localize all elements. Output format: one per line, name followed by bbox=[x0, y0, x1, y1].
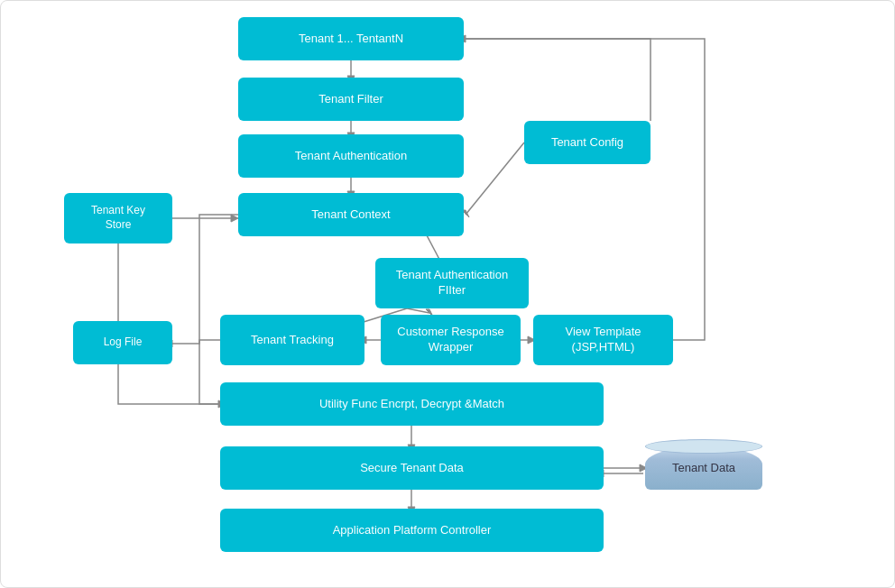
tenanttracking: Tenant Tracking bbox=[220, 315, 364, 365]
utilityfunc: Utility Func Encrpt, Decrypt &Match bbox=[220, 382, 604, 426]
appplatformcontroller-label: Application Platform Controller bbox=[333, 523, 492, 538]
tenantfilter-label: Tenant Filter bbox=[318, 92, 383, 107]
logfile-label: Log File bbox=[104, 335, 143, 350]
viewtemplate-label: View Template (JSP,HTML) bbox=[565, 325, 641, 355]
tenant1n: Tenant 1... TentantN bbox=[238, 17, 464, 60]
viewtemplate: View Template (JSP,HTML) bbox=[533, 315, 673, 365]
customerrespwrapper-label: Customer Response Wrapper bbox=[397, 325, 504, 355]
tenantcontext: Tenant Context bbox=[238, 193, 464, 236]
tenantauthfilter: Tenant Authentication FIIter bbox=[375, 258, 529, 308]
appplatformcontroller: Application Platform Controller bbox=[220, 509, 604, 552]
svg-marker-10 bbox=[231, 215, 238, 222]
tenantfilter: Tenant Filter bbox=[238, 78, 464, 121]
utilityfunc-label: Utility Func Encrpt, Decrypt &Match bbox=[319, 397, 504, 412]
securetenantdata-label: Secure Tenant Data bbox=[360, 461, 464, 476]
diagram-container: Tenant 1... TentantNTenant FilterTenant … bbox=[0, 0, 895, 588]
svg-line-6 bbox=[466, 142, 524, 215]
tenantcontext-label: Tenant Context bbox=[311, 207, 390, 223]
tenant1n-label: Tenant 1... TentantN bbox=[299, 32, 403, 47]
tenantdata-label: Tenant Data bbox=[672, 461, 735, 476]
logfile: Log File bbox=[73, 321, 172, 364]
customerrespwrapper: Customer Response Wrapper bbox=[381, 315, 521, 365]
tenantauthfilter-label: Tenant Authentication FIIter bbox=[396, 268, 508, 299]
securetenantdata: Secure Tenant Data bbox=[220, 446, 604, 490]
tenantkeystore: Tenant Key Store bbox=[64, 193, 172, 243]
tenantauth: Tenant Authentication bbox=[238, 134, 464, 178]
tenantdata: Tenant Data bbox=[645, 446, 762, 490]
tenanttracking-label: Tenant Tracking bbox=[251, 333, 334, 348]
tenantconfig-label: Tenant Config bbox=[551, 135, 623, 151]
tenantconfig: Tenant Config bbox=[524, 121, 650, 164]
svg-line-16 bbox=[407, 308, 429, 313]
tenantauth-label: Tenant Authentication bbox=[295, 149, 407, 164]
tenantkeystore-label: Tenant Key Store bbox=[91, 204, 145, 232]
